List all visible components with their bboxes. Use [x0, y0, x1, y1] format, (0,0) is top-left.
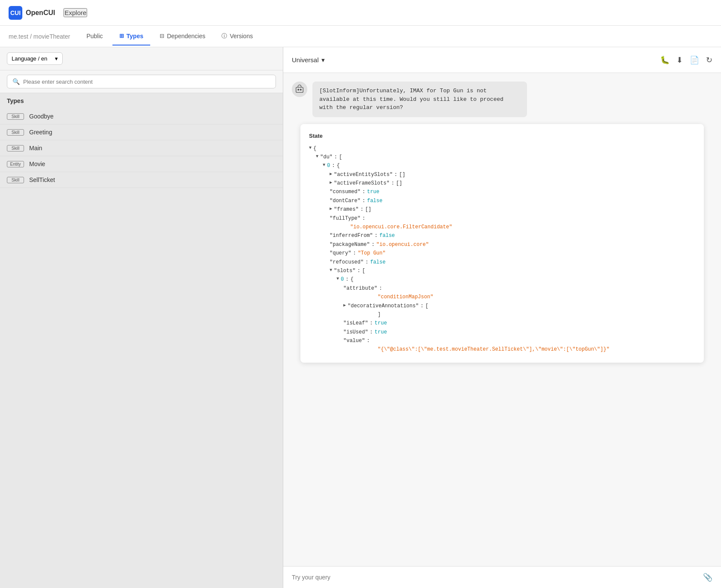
bot-bubble: [SlotInform]Unfortunately, IMAX for Top …: [312, 82, 527, 117]
types-header: Types: [0, 93, 283, 109]
svg-rect-0: [296, 87, 303, 92]
toggle-frames[interactable]: ▶: [330, 205, 332, 212]
toggle-slots-0[interactable]: ▼: [336, 275, 339, 282]
versions-icon: ⓘ: [221, 32, 227, 40]
toggle-activeFrameSlots[interactable]: ▶: [330, 179, 332, 186]
chevron-down-icon: ▾: [55, 55, 58, 62]
types-list: Skill Goodbye Skill Greeting Skill Main …: [0, 109, 283, 588]
tab-dependencies[interactable]: ⊟ Dependencies: [153, 27, 212, 45]
toggle-decorativeAnnotations[interactable]: ▶: [343, 302, 346, 309]
type-name-goodbye: Goodbye: [29, 113, 54, 120]
svg-point-2: [300, 89, 301, 91]
breadcrumb-part2[interactable]: movieTheater: [33, 33, 70, 40]
download-icon[interactable]: ⬇: [676, 55, 683, 65]
type-row-sellticket[interactable]: Skill SellTicket: [0, 172, 283, 188]
toggle-du-0[interactable]: ▼: [323, 161, 325, 169]
chat-area: [SlotInform]Unfortunately, IMAX for Top …: [283, 73, 721, 566]
universal-label: Universal: [292, 56, 319, 64]
search-input[interactable]: [23, 79, 270, 85]
logo-area: CUI OpenCUI: [9, 6, 55, 20]
badge-skill-goodbye: Skill: [7, 113, 24, 120]
svg-point-1: [298, 89, 299, 91]
document-icon[interactable]: 📄: [690, 55, 699, 65]
badge-entity-movie: Entity: [7, 161, 24, 167]
search-input-wrap: 🔍: [7, 75, 276, 88]
type-row-greeting[interactable]: Skill Greeting: [0, 124, 283, 140]
type-row-movie[interactable]: Entity Movie: [0, 156, 283, 172]
dependencies-icon: ⊟: [160, 33, 164, 39]
main-layout: Language / en ▾ 🔍 Types Skill Goodbye Sk…: [0, 47, 721, 588]
json-tree: ▼ { ▼ "du" : [ ▼ 0 : {: [309, 144, 695, 354]
logo-icon: CUI: [9, 6, 22, 20]
bot-message: [SlotInform]Unfortunately, IMAX for Top …: [292, 82, 712, 117]
tab-public[interactable]: Public: [79, 27, 109, 45]
language-dropdown[interactable]: Language / en ▾: [7, 52, 63, 65]
explore-button[interactable]: Explore: [64, 8, 87, 17]
tab-public-label: Public: [86, 33, 103, 39]
type-row-main[interactable]: Skill Main: [0, 140, 283, 156]
badge-skill-main: Skill: [7, 145, 24, 152]
types-icon: ⊞: [119, 33, 124, 39]
chevron-down-icon: ▾: [321, 56, 325, 64]
right-topbar: Universal ▾ 🐛 ⬇ 📄 ↻: [283, 47, 721, 73]
search-icon: 🔍: [12, 78, 20, 85]
app-title: OpenCUI: [26, 9, 55, 17]
left-panel: Language / en ▾ 🔍 Types Skill Goodbye Sk…: [0, 47, 283, 588]
refresh-icon[interactable]: ↻: [706, 55, 712, 65]
type-name-main: Main: [29, 145, 42, 152]
toggle-activeEntitySlots[interactable]: ▶: [330, 170, 332, 178]
badge-skill-sellticket: Skill: [7, 177, 24, 183]
language-label: Language / en: [12, 55, 47, 62]
top-nav: CUI OpenCUI Explore: [0, 0, 721, 26]
right-panel: Universal ▾ 🐛 ⬇ 📄 ↻: [283, 47, 721, 588]
tab-versions-label: Versions: [230, 33, 253, 39]
bot-avatar: [292, 82, 307, 97]
language-selector: Language / en ▾: [0, 47, 283, 70]
toggle-du[interactable]: ▼: [316, 153, 318, 160]
query-input[interactable]: [292, 574, 703, 581]
sub-nav: me.test / movieTheater Public ⊞ Types ⊟ …: [0, 26, 721, 47]
search-box: 🔍: [0, 70, 283, 93]
tab-dependencies-label: Dependencies: [167, 33, 206, 39]
badge-skill-greeting: Skill: [7, 129, 24, 136]
type-row-goodbye[interactable]: Skill Goodbye: [0, 109, 283, 124]
breadcrumb-separator: /: [30, 33, 32, 40]
tab-types-label: Types: [127, 33, 143, 39]
tab-types[interactable]: ⊞ Types: [112, 27, 150, 45]
type-name-sellticket: SellTicket: [29, 176, 55, 183]
tab-versions[interactable]: ⓘ Versions: [215, 27, 260, 46]
type-name-greeting: Greeting: [29, 129, 52, 136]
attach-icon[interactable]: 📎: [703, 573, 712, 582]
breadcrumb: me.test / movieTheater: [9, 33, 70, 40]
debug-icon[interactable]: 🐛: [660, 55, 670, 65]
type-name-movie: Movie: [29, 161, 45, 167]
state-title: State: [309, 133, 695, 139]
universal-dropdown[interactable]: Universal ▾: [292, 56, 325, 64]
right-icons: 🐛 ⬇ 📄 ↻: [660, 55, 712, 65]
toggle-root[interactable]: ▼: [309, 144, 312, 152]
toggle-slots[interactable]: ▼: [330, 267, 332, 274]
breadcrumb-part1[interactable]: me.test: [9, 33, 28, 40]
query-bar: 📎: [283, 566, 721, 588]
state-panel: State ▼ { ▼ "du" : [ ▼ 0: [300, 124, 704, 363]
